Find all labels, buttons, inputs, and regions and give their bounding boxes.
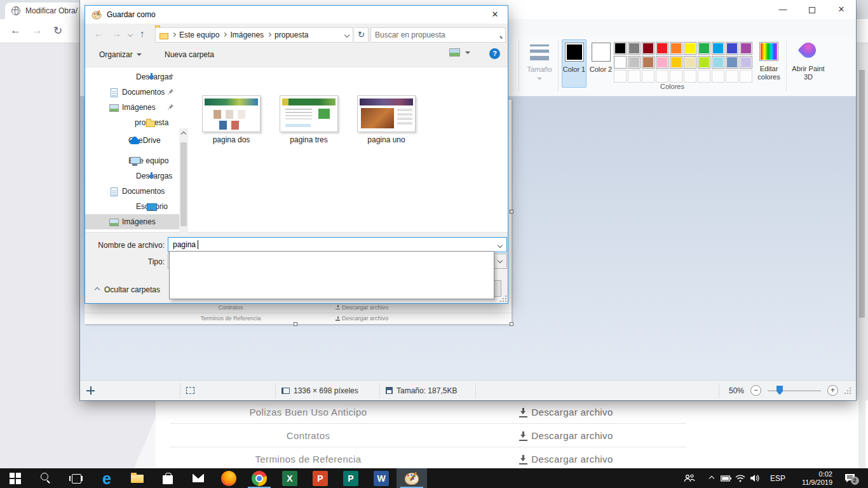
taskbar-button[interactable] (122, 468, 153, 488)
palette-swatch-empty[interactable] (712, 70, 724, 83)
open-paint3d-button[interactable]: Abrir Paint 3D (790, 41, 827, 93)
taskbar-button[interactable]: P (336, 468, 366, 488)
palette-swatch[interactable] (670, 56, 682, 69)
breadcrumb-dropdown-icon[interactable] (344, 32, 349, 37)
sidebar-item[interactable]: Imágenes (85, 100, 179, 115)
dialog-close-button[interactable]: ✕ (482, 6, 508, 24)
palette-swatch[interactable] (698, 42, 710, 55)
taskbar-button[interactable] (244, 468, 275, 488)
scrollbar-thumb[interactable] (859, 70, 865, 318)
zoom-slider-handle[interactable] (776, 386, 783, 395)
filename-dropdown-icon[interactable] (498, 243, 503, 248)
filename-input[interactable]: pagina (168, 237, 507, 252)
taskbar-button[interactable] (31, 468, 61, 488)
canvas-resize-handle-corner[interactable] (510, 322, 513, 326)
search-box[interactable] (370, 27, 506, 43)
download-link[interactable]: Descargar archivo (446, 454, 686, 464)
palette-swatch[interactable] (684, 56, 696, 69)
download-link[interactable]: Descargar archivo (446, 407, 686, 417)
file-item[interactable]: pagina dos (193, 95, 270, 144)
palette-swatch[interactable] (740, 42, 752, 55)
file-item[interactable]: pagina uno (348, 95, 425, 144)
volume-icon[interactable] (747, 468, 764, 488)
palette-swatch-empty[interactable] (740, 70, 752, 83)
close-button[interactable]: ✕ (827, 0, 856, 19)
clock[interactable]: 0:02 11/9/2019 (790, 468, 832, 488)
sidebar-scrollbar-thumb[interactable] (180, 142, 187, 226)
people-icon[interactable] (681, 468, 698, 488)
palette-swatch[interactable] (712, 42, 724, 55)
zoom-out-button[interactable]: − (750, 385, 761, 396)
palette-swatch[interactable] (642, 42, 654, 55)
minimize-button[interactable]: — (768, 0, 797, 19)
notification-icon[interactable]: 2 (840, 468, 859, 488)
palette-swatch-empty[interactable] (628, 70, 641, 83)
taskbar-button[interactable]: P (305, 468, 336, 488)
taskbar-button[interactable] (0, 468, 31, 488)
search-input[interactable] (375, 29, 489, 41)
dialog-titlebar[interactable]: Guardar como ✕ (85, 6, 508, 24)
breadcrumb-item[interactable]: Este equipo (179, 30, 219, 39)
battery-icon[interactable] (718, 468, 733, 488)
taskbar-button[interactable]: e (92, 468, 122, 488)
palette-swatch[interactable] (740, 56, 752, 69)
download-link[interactable]: Descargar archivo (446, 430, 686, 441)
taskbar-button[interactable] (183, 468, 214, 488)
sidebar-item[interactable]: propuesta (85, 115, 179, 130)
sidebar-item[interactable]: Descargas (85, 168, 179, 184)
palette-swatch[interactable] (656, 56, 668, 69)
taskbar-button[interactable]: W (366, 468, 397, 488)
palette-swatch-empty[interactable] (614, 70, 627, 83)
file-type-dropdown-icon[interactable] (494, 254, 506, 268)
palette-swatch[interactable] (726, 56, 738, 69)
new-folder-button[interactable]: Nueva carpeta (165, 50, 214, 59)
color1-button[interactable]: Color 1 (562, 39, 587, 88)
back-icon[interactable]: ← (10, 24, 21, 37)
taskbar-button[interactable]: X (275, 468, 305, 488)
palette-swatch[interactable] (684, 42, 696, 55)
taskbar-button[interactable] (61, 468, 92, 488)
hide-folders-button[interactable]: Ocultar carpetas (95, 285, 160, 294)
refresh-icon[interactable]: ↻ (355, 27, 369, 43)
palette-swatch[interactable] (712, 56, 724, 69)
sidebar-item[interactable]: Escritorio (85, 199, 179, 214)
palette-swatch-empty[interactable] (684, 70, 696, 83)
canvas-resize-handle-bottom[interactable] (294, 322, 297, 326)
breadcrumb-item[interactable]: propuesta (275, 30, 308, 39)
wifi-icon[interactable] (733, 468, 747, 488)
palette-swatch[interactable] (698, 56, 710, 69)
dialog-back-icon[interactable]: ← (94, 28, 104, 39)
breadcrumb[interactable]: Este equipo Imágenes propuesta (155, 27, 353, 43)
page-scrollbar[interactable] (858, 43, 865, 468)
sidebar-item[interactable]: OneDrive (85, 133, 179, 148)
search-icon[interactable] (496, 31, 501, 37)
zoom-slider[interactable] (768, 390, 821, 391)
organize-button[interactable]: Organizar (99, 50, 142, 59)
sidebar-item[interactable]: Descargas (85, 69, 179, 85)
sidebar-item[interactable]: Documentos (85, 85, 179, 100)
sidebar-item[interactable]: Este equipo (85, 153, 179, 168)
palette-swatch[interactable] (614, 56, 627, 69)
file-item[interactable]: pagina tres (270, 95, 348, 144)
palette-swatch[interactable] (614, 42, 627, 55)
maximize-button[interactable] (797, 0, 827, 19)
sidebar-item[interactable]: Imágenes (85, 214, 179, 229)
tray-expand-icon[interactable] (705, 468, 718, 488)
canvas-resize-handle-right[interactable] (510, 210, 513, 214)
palette-swatch[interactable] (628, 42, 641, 55)
view-mode-icon[interactable] (449, 48, 460, 57)
reload-icon[interactable]: ↻ (53, 24, 62, 37)
zoom-in-button[interactable]: + (827, 385, 838, 396)
dialog-up-icon[interactable]: ↑ (140, 28, 145, 39)
dialog-forward-icon[interactable]: → (112, 28, 121, 39)
palette-swatch-empty[interactable] (698, 70, 710, 83)
window-resize-grip[interactable] (844, 388, 851, 394)
palette-swatch[interactable] (670, 42, 682, 55)
palette-swatch[interactable] (726, 42, 738, 55)
filename-autocomplete-dropdown[interactable] (169, 251, 494, 299)
color2-button[interactable]: Color 2 (588, 39, 613, 88)
palette-swatch-empty[interactable] (670, 70, 682, 83)
palette-swatch[interactable] (656, 42, 668, 55)
scroll-up-icon[interactable] (179, 128, 188, 139)
taskbar-button[interactable] (153, 468, 183, 488)
